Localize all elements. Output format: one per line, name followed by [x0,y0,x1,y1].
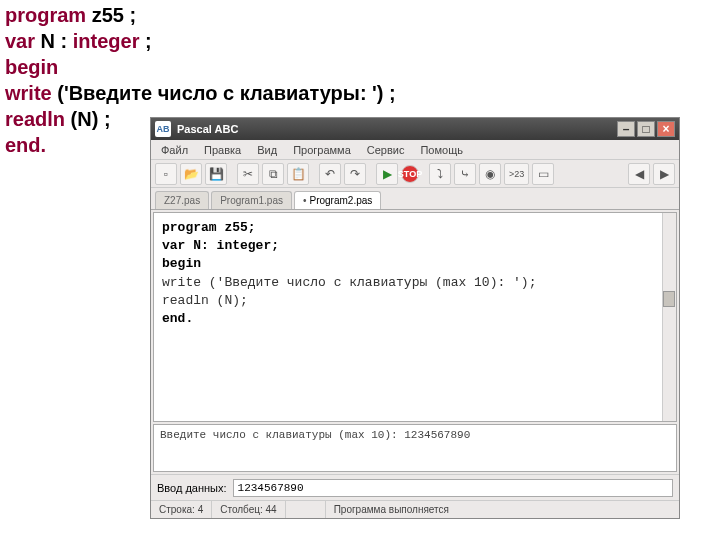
menu-help[interactable]: Помощь [414,142,469,158]
copy-icon[interactable]: ⧉ [262,163,284,185]
editor-line: write ('Введите число с клавиатуры (max … [162,275,536,290]
editor-line: program z55; [162,220,256,235]
step-over-icon[interactable]: ⤵ [429,163,451,185]
ide-window: AB Pascal ABC – □ × Файл Правка Вид Прог… [150,117,680,519]
menubar: Файл Правка Вид Программа Сервис Помощь [151,140,679,160]
nav-back-icon[interactable]: ◀ [628,163,650,185]
input-row: Ввод данных: [151,474,679,500]
toolbar: ▫ 📂 💾 ✂ ⧉ 📋 ↶ ↷ ▶ STOP ⤵ ⤷ ◉ >23 ▭ ◀ ▶ [151,160,679,188]
new-file-icon[interactable]: ▫ [155,163,177,185]
tab-z27[interactable]: Z27.pas [155,191,209,209]
undo-icon[interactable]: ↶ [319,163,341,185]
minimize-button[interactable]: – [617,121,635,137]
menu-program[interactable]: Программа [287,142,357,158]
open-file-icon[interactable]: 📂 [180,163,202,185]
scrollbar-thumb[interactable] [663,291,675,307]
redo-icon[interactable]: ↷ [344,163,366,185]
editor-scrollbar[interactable] [662,213,676,421]
tab-program2[interactable]: Program2.pas [294,191,381,209]
titlebar[interactable]: AB Pascal ABC – □ × [151,118,679,140]
window-title: Pascal ABC [177,123,238,135]
status-line: Строка: 4 [151,501,212,518]
editor-line: readln (N); [162,293,248,308]
paste-icon[interactable]: 📋 [287,163,309,185]
input-field[interactable] [233,479,673,497]
status-col: Столбец: 44 [212,501,285,518]
output-console[interactable]: Введите число с клавиатуры (max 10): 123… [153,424,677,472]
breakpoint-icon[interactable]: ◉ [479,163,501,185]
menu-edit[interactable]: Правка [198,142,247,158]
console-line: Введите число с клавиатуры (max 10): 123… [160,429,470,441]
tab-program1[interactable]: Program1.pas [211,191,292,209]
stop-icon[interactable]: STOP [401,165,419,183]
editor-line: var N: integer; [162,238,279,253]
nav-fwd-icon[interactable]: ▶ [653,163,675,185]
menu-file[interactable]: Файл [155,142,194,158]
maximize-button[interactable]: □ [637,121,655,137]
input-label: Ввод данных: [157,482,227,494]
tool-x23[interactable]: >23 [504,163,529,185]
run-icon[interactable]: ▶ [376,163,398,185]
statusbar: Строка: 4 Столбец: 44 Программа выполняе… [151,500,679,518]
menu-service[interactable]: Сервис [361,142,411,158]
menu-view[interactable]: Вид [251,142,283,158]
status-state: Программа выполняется [326,501,679,518]
step-into-icon[interactable]: ⤷ [454,163,476,185]
code-editor[interactable]: program z55; var N: integer; begin write… [153,212,677,422]
cut-icon[interactable]: ✂ [237,163,259,185]
editor-line: begin [162,256,201,271]
tabbar: Z27.pas Program1.pas Program2.pas [151,188,679,210]
editor-line: end. [162,311,193,326]
app-icon: AB [155,121,171,137]
close-button[interactable]: × [657,121,675,137]
save-icon[interactable]: 💾 [205,163,227,185]
tool-window-icon[interactable]: ▭ [532,163,554,185]
